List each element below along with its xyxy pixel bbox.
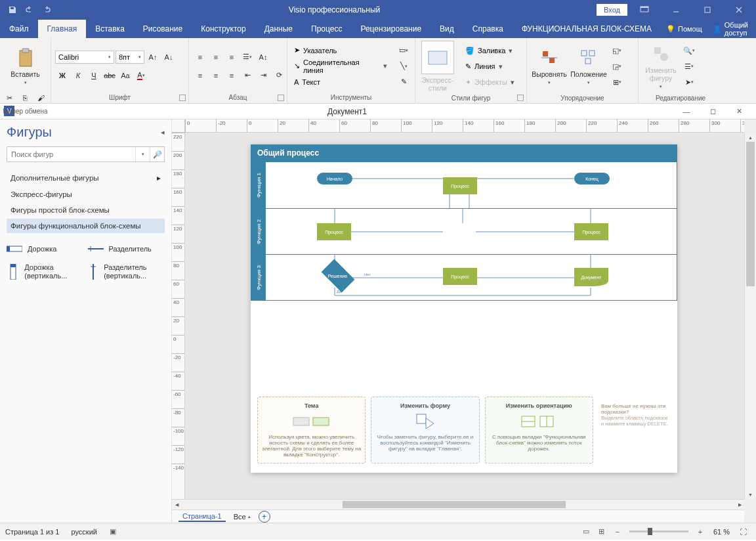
zoom-value[interactable]: 61 % [713,528,730,536]
tell-me[interactable]: 💡Помощ [661,20,707,38]
rotate-text-icon[interactable]: ⟳ [272,68,286,83]
stencil-more[interactable]: Дополнительные фигуры▸ [7,170,165,186]
tab-file[interactable]: Файл [0,20,38,38]
undo-icon[interactable] [21,1,38,18]
tab-design[interactable]: Конструктор [192,20,255,38]
fit-page-icon[interactable]: ⊞ [594,525,610,539]
position-button[interactable]: Положение▾ [570,41,607,92]
font-color-icon[interactable]: A▾ [134,68,148,83]
italic-icon[interactable]: К [71,68,85,83]
dec-indent-icon[interactable]: ⇤ [240,68,255,83]
grow-font-icon[interactable]: A↑ [146,50,160,64]
bold-icon[interactable]: Ж [55,68,70,83]
shape-swimlane-v[interactable]: Дорожка (вертикаль... [7,263,84,280]
font-name[interactable]: Calibri▾ [55,51,114,64]
freeform-icon[interactable]: ✎ [396,75,411,89]
search-input[interactable] [7,147,135,162]
bullets-icon[interactable]: ☰▾ [240,50,255,64]
align-button[interactable]: Выровнять▾ [531,41,568,92]
font-dialog-icon[interactable] [179,95,186,101]
tip-theme[interactable]: Тема Используя цвета, можно увеличить яс… [257,397,366,464]
para-dialog-icon[interactable] [278,95,284,101]
close-icon[interactable] [724,1,753,19]
search-dropdown-icon[interactable]: ▾ [135,147,150,162]
node-proc-1[interactable]: Процесс [317,223,351,240]
change-shape-button[interactable]: Изменить фигуру▾ [642,41,679,92]
scroll-right-icon[interactable]: ▶ [735,500,744,509]
search-icon[interactable]: 🔎 [150,147,164,162]
tip-change[interactable]: Изменить форму Чтобы заменить фигуру, вы… [371,397,479,464]
diagram-title[interactable]: Общий процесс [251,144,677,162]
maximize-icon[interactable] [693,1,722,19]
all-pages[interactable]: Все▴ [234,513,251,521]
scroll-left-icon[interactable]: ◀ [172,500,181,509]
shape-swimlane[interactable]: Дорожка [7,241,84,257]
zoom-in-icon[interactable]: + [692,525,708,539]
stencil-functional[interactable]: Фигуры функциональной блок-схемы [7,219,165,233]
connector-tool[interactable]: ↘Соединительная линия▾ [291,59,390,74]
align-center-icon[interactable]: ≡ [209,68,223,83]
scrollbar-horizontal[interactable]: ◀ ▶ [172,499,744,509]
effects-button[interactable]: ✦Эффекты▾ [463,75,517,89]
qat-more-icon[interactable]: ▾ [55,1,72,18]
scroll-v-thumb[interactable] [746,142,755,286]
node-proc-top[interactable]: Процесс [443,177,477,194]
scroll-up-icon[interactable]: ▲ [745,133,756,142]
share-button[interactable]: 👤Общий доступ [707,20,756,38]
status-lang[interactable]: русский [71,528,96,536]
presentation-mode-icon[interactable]: ▭ [578,525,594,539]
tab-review[interactable]: Рецензирование [351,20,430,38]
align-left-icon[interactable]: ≡ [193,68,207,83]
font-size[interactable]: 8пт▾ [116,51,144,64]
node-proc-2[interactable]: Процесс [574,223,608,240]
node-document[interactable]: Документ [574,268,608,286]
scroll-down-icon[interactable]: ▼ [745,490,756,499]
scrollbar-vertical[interactable]: ▲ ▼ [744,133,756,499]
fill-button[interactable]: 🪣Заливка▾ [463,43,517,58]
align-top-icon[interactable]: ≡ [193,50,207,64]
inc-indent-icon[interactable]: ⇥ [256,68,270,83]
text-dir-icon[interactable]: A↕ [256,50,270,64]
change-case-icon[interactable]: Aa [118,68,133,83]
doc-restore-icon[interactable]: ◻ [700,104,726,119]
rectangle-icon[interactable]: ▭▾ [396,43,411,58]
add-page-icon[interactable]: + [259,511,270,523]
ruler-vertical[interactable]: 220200180160140120100806040200-20-40-60-… [172,133,185,499]
tip-orient[interactable]: Изменить ориентацию С помощью вкладки "Ф… [485,397,593,464]
tab-home[interactable]: Главная [38,20,87,38]
scroll-h-thumb[interactable] [343,501,566,508]
paste-button[interactable]: Вставить▾ [7,41,44,92]
line-icon[interactable]: ╲▾ [396,59,411,74]
stencil-basic[interactable]: Фигуры простой блок-схемы [7,203,165,217]
tab-process[interactable]: Процесс [302,20,351,38]
shape-separator-v[interactable]: Разделитель (вертикаль... [88,263,165,280]
page-tab-1[interactable]: Страница-1 [178,511,226,522]
cut-icon[interactable]: ✂ [3,91,17,105]
node-start[interactable]: Начало [317,173,352,184]
align-mid-icon[interactable]: ≡ [209,50,223,64]
stencil-express[interactable]: Экспресс-фигуры [7,187,165,202]
shape-separator[interactable]: Разделитель [88,241,165,257]
tab-help[interactable]: Справка [463,20,513,38]
minimize-icon[interactable] [662,1,690,19]
tab-draw[interactable]: Рисование [134,20,192,38]
fit-window-icon[interactable]: ⛶ [735,525,751,539]
zoom-out-icon[interactable]: − [610,525,625,539]
swimlane-container[interactable]: Функция 1 Начало Конец Функция 2 Процесс [251,162,677,301]
node-end[interactable]: Конец [574,173,610,184]
doc-minimize-icon[interactable]: — [673,104,700,119]
copy-icon[interactable]: ⎘ [18,91,33,105]
macro-record-icon[interactable]: ▣ [105,525,121,539]
ruler-horizontal[interactable]: 0-20020406080100120140160180200220240260… [185,119,744,133]
collapse-pane-icon[interactable]: ◂ [161,128,165,137]
strike-icon[interactable]: abc [102,68,117,83]
node-decision[interactable]: Решение [322,259,355,293]
save-icon[interactable] [4,1,21,18]
line-button[interactable]: ✎Линия▾ [463,59,517,74]
redo-icon[interactable] [38,1,55,18]
bring-front-icon[interactable]: ◱▾ [610,43,624,58]
ribbon-display-icon[interactable] [630,1,659,19]
drawing-page[interactable]: Общий процесс Функция 1 Начало Конец Фун… [251,144,677,473]
group-icon[interactable]: ⊞▾ [610,75,624,89]
shrink-font-icon[interactable]: A↓ [161,50,176,64]
